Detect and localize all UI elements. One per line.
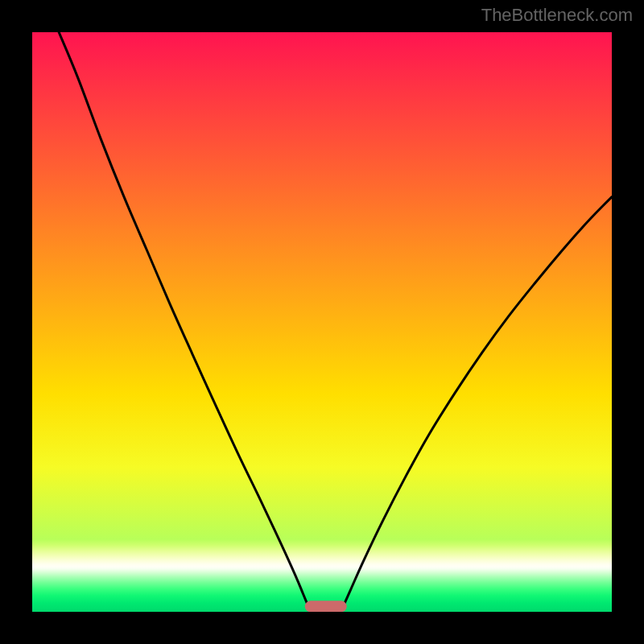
watermark-text: TheBottleneck.com	[481, 5, 633, 26]
bottleneck-marker	[305, 601, 347, 612]
bottleneck-chart	[0, 0, 644, 644]
plot-background	[32, 32, 612, 612]
chart-container: TheBottleneck.com	[0, 0, 644, 644]
